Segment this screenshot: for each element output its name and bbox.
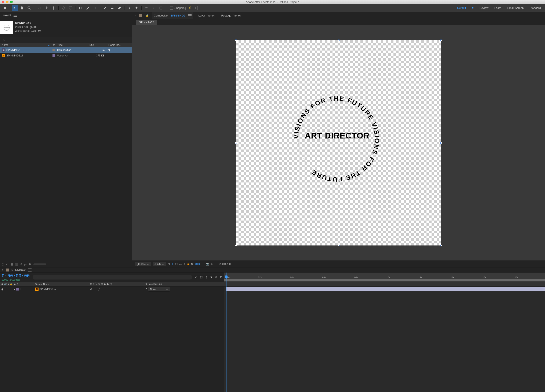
workspace-learn[interactable]: Learn [494,6,502,10]
3d-col-icon[interactable]: ◉ [104,283,106,285]
selection-handle-bc[interactable] [338,245,340,246]
current-timecode[interactable]: 0:00:00:00 [2,273,30,278]
selection-handle-tr[interactable] [440,40,442,41]
search-slider[interactable] [33,263,46,265]
label-swatch[interactable] [52,54,55,57]
motion-blur-col-icon[interactable]: fx [98,283,100,285]
snapping-toggle[interactable]: Snapping ⚡ ⊹ [170,6,198,10]
parent-dropdown[interactable]: None⌄ [148,287,170,292]
workspace-menu-icon[interactable]: ≡ [472,6,473,10]
comp-tab-menu-icon[interactable] [188,14,192,17]
work-area-bar[interactable] [224,279,545,281]
workspace-default[interactable]: Default [457,6,466,10]
anchor-point-tool[interactable] [50,5,57,11]
breadcrumb-item[interactable]: SPINNING2 [136,20,157,25]
collapse-col-icon[interactable]: ◐ [107,283,109,285]
hash-header[interactable]: # [17,283,18,285]
project-tab[interactable]: Project [3,13,11,17]
eraser-tool[interactable] [116,5,123,11]
zoom-dropdown[interactable]: (48.3%)⌄ [135,262,151,266]
bpc-label[interactable]: 8 bpc [20,263,27,266]
solo-header-icon[interactable]: ● [8,283,9,285]
layer-row[interactable]: ◉ ▸ 1 Ai SPINNING2.ai ⊕ ╱ ⟲ None⌄ [0,286,224,292]
toggle-transparency-icon[interactable]: ⊞ [171,263,173,265]
close-tab-icon[interactable]: × [134,14,136,17]
color-management-icon[interactable]: ◉ [187,263,189,265]
project-item-ai[interactable]: AiSPINNING2.ai Vector Art 375 KB [0,53,132,58]
timeline-menu-icon[interactable] [28,269,31,271]
pin-tool[interactable] [133,5,140,11]
fx-icon[interactable]: ⚹ [93,283,95,285]
comp-thumbnail[interactable]: ART DIRECTOR [0,21,13,34]
pen-tool[interactable] [85,5,91,11]
new-comp-icon[interactable]: ▦ [11,263,13,266]
draft-3d-icon[interactable]: ⬚ [200,276,203,279]
adjustment-col-icon[interactable]: ▥ [101,283,103,285]
time-ruler[interactable]: 00s02s04s06s08s10s12s14s16s18s20s [224,272,545,282]
shy-icon[interactable]: ▯ [205,276,207,279]
grid-icon[interactable]: ⊹ [183,263,186,265]
delete-icon[interactable]: 🗑 [29,263,31,266]
preview-time[interactable]: 0:00:00:00 [219,263,231,265]
pickwhip-icon[interactable]: ⟲ [145,288,147,291]
video-header-icon[interactable]: ◉ [1,283,3,285]
resolution-dropdown[interactable]: (Half)⌄ [153,262,166,266]
reset-exposure-icon[interactable]: ↻ [191,263,193,265]
interpret-footage-icon[interactable]: ⬚ [2,263,4,266]
item-flow-icon[interactable]: ⇶ [106,49,125,52]
header-label-icon[interactable] [51,43,56,47]
parent-link-header[interactable]: ⟲ Parent & Link [144,283,191,285]
project-item-comp[interactable]: ▦SPINNING2 Composition 24 ⇶ [0,47,132,53]
minimize-window-button[interactable] [6,1,8,3]
pan-behind-tool[interactable] [43,5,50,11]
composition-viewer[interactable]: VISIONS FOR THE FUTURE VISIONS FOR THE F… [132,25,545,260]
selection-handle-bl[interactable] [235,245,237,246]
playhead[interactable] [226,272,226,392]
layer-tab[interactable]: Layer (none) [197,12,216,19]
snapshot-icon[interactable]: 📷 [206,263,209,265]
timeline-tab[interactable]: SPINNING2 [11,268,26,271]
rotobrush-tool[interactable] [60,5,67,11]
brush-tool[interactable] [102,5,108,11]
toggle-mask-icon[interactable]: ⬚ [175,263,178,265]
switches-icon[interactable]: ✱ [90,283,92,285]
frame-blend-col-icon[interactable]: ╲ [96,283,97,285]
timeline-right[interactable]: 00s02s04s06s08s10s12s14s16s18s20s [224,272,545,392]
sort-arrow-icon[interactable]: ▴ [47,43,51,47]
twirl-icon[interactable]: ▸ [14,288,15,291]
adjustment-icon[interactable]: ⬛ [15,263,19,266]
zoom-tool[interactable] [26,5,32,11]
hand-tool[interactable] [19,5,25,11]
maximize-window-button[interactable] [10,1,13,3]
mask-tool[interactable] [68,5,74,11]
header-size[interactable]: Size [87,43,106,47]
close-timeline-tab-icon[interactable]: × [2,269,4,271]
snap-menu-icon[interactable]: ⚡ [188,6,192,10]
audio-header-icon[interactable]: 🔊 [4,283,7,285]
quality-col-icon[interactable]: ⬚ [110,283,112,285]
header-frame-rate[interactable]: Frame Ra... [106,43,125,47]
layer-clip[interactable] [226,287,545,291]
selection-handle-br[interactable] [440,245,442,246]
lock-header-icon[interactable]: 🔒 [10,283,13,285]
layer-label-swatch[interactable] [16,288,19,290]
footage-tab[interactable]: Footage (none) [219,12,242,19]
video-toggle-icon[interactable]: ◉ [1,288,3,291]
composition-canvas[interactable]: VISIONS FOR THE FUTURE VISIONS FOR THE F… [236,40,441,246]
toggle-alpha-icon[interactable]: ⊡ [168,263,170,265]
orbit-tool[interactable] [36,5,42,11]
graph-editor-icon[interactable]: ⊡ [220,276,222,279]
selection-tool[interactable] [12,5,18,11]
frame-blend-icon[interactable]: ◑ [210,276,212,279]
text-tool[interactable] [92,5,98,11]
label-header-icon[interactable]: ◆ [14,283,16,285]
workspace-small-screen[interactable]: Small Screen [507,6,524,10]
selection-handle-tc[interactable] [338,40,340,41]
new-folder-icon[interactable]: 🗀 [6,263,9,266]
comp-mini-flowchart-icon[interactable]: ⇄ [195,276,197,279]
clone-stamp-tool[interactable] [109,5,115,11]
close-window-button[interactable] [2,1,4,3]
selection-handle-tl[interactable] [235,40,237,41]
motion-blur-icon[interactable]: ⊚ [215,276,217,279]
search-icon[interactable]: ⌕▾ [3,38,6,42]
